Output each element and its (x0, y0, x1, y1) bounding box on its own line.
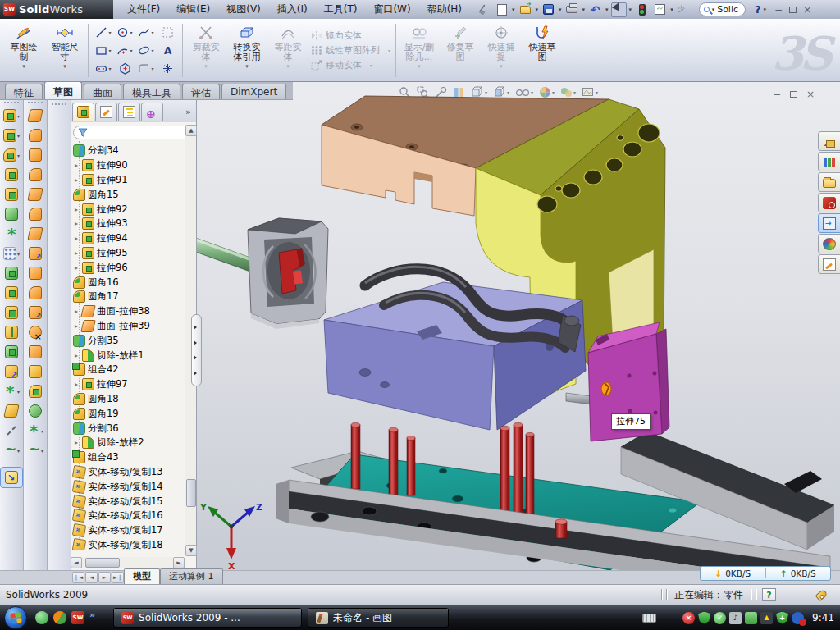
scroll-down-button[interactable]: ▼ (185, 545, 197, 556)
first-tab-button[interactable]: ❘◄ (72, 572, 84, 583)
open-button[interactable] (518, 2, 533, 17)
ribbon-tab[interactable]: 曲面 (84, 84, 121, 99)
tree-item-movecopy13[interactable]: ▸ 实体-移动/复制13 (71, 465, 196, 480)
tray-antivirus-icon[interactable] (698, 612, 710, 624)
tag-icon[interactable] (815, 588, 829, 600)
expand-arrow-icon[interactable]: ▸ (73, 439, 80, 446)
trim-dropdown[interactable]: ▾ (204, 63, 208, 70)
expand-arrow-icon[interactable]: ▸ (73, 249, 80, 257)
menu-item[interactable]: 文件(F) (120, 1, 167, 18)
sketch-dropdown[interactable]: ▾ (22, 63, 25, 70)
planar-surface-button[interactable]: ▾ (24, 224, 47, 244)
smart-dimension-button[interactable]: 智能尺寸 ▾ (44, 21, 85, 80)
tree-item-fillet15[interactable]: ▸ 圆角15 (71, 187, 196, 202)
tree-item-extrude97[interactable]: ▸ 拉伸97 (71, 377, 196, 392)
reference-point-button[interactable]: ▾ (0, 381, 23, 401)
trim-surface-button[interactable]: ▾ (24, 303, 47, 322)
zoom-to-area-button[interactable] (417, 86, 429, 98)
model-sprue-bushing[interactable] (189, 218, 328, 329)
expand-arrow-icon[interactable]: ▸ (73, 220, 80, 227)
restore-button[interactable] (789, 7, 797, 13)
tree-item-movecopy15[interactable]: ▸ 实体-移动/复制15 (71, 494, 196, 509)
panel-overflow-chevron[interactable]: » (185, 107, 191, 117)
tree-item-fillet17[interactable]: ▸ 圆角17 (71, 290, 196, 304)
swept-surface-button[interactable]: ▾ (24, 145, 47, 165)
section-view-button[interactable] (453, 86, 465, 98)
doc-restore-button[interactable] (790, 91, 797, 98)
tree-horizontal-scrollbar[interactable]: ◄ ► (71, 557, 185, 568)
resources-tab[interactable] (818, 131, 840, 151)
trim-entities-button[interactable]: 剪裁实体 ▾ (185, 21, 226, 80)
hide-show-items-button[interactable]: ▾ (515, 86, 533, 98)
menu-item[interactable]: 工具(T) (317, 1, 365, 18)
tree-item-fillet19[interactable]: ▸ 圆角19 (71, 406, 196, 421)
combine-button[interactable]: ▾ (0, 342, 23, 362)
revolved-boss-button[interactable]: ▾ (0, 165, 23, 185)
keyboard-layout-icon[interactable] (642, 614, 656, 623)
axis-button[interactable]: ▾ (0, 421, 23, 441)
tree-item-movecopy18[interactable]: ▸ 实体-移动/复制18 (71, 538, 196, 550)
ribbon-tab[interactable]: DimXpert (221, 84, 286, 99)
vertical-scroll-thumb[interactable] (186, 479, 196, 507)
new-dropdown[interactable]: ▾ (512, 7, 515, 13)
line-button[interactable]: ▾ (93, 24, 114, 42)
feature-manager-tab[interactable] (72, 103, 94, 121)
undo-button[interactable]: ↶ (587, 2, 603, 17)
extruded-surface-button[interactable]: ▾ (24, 106, 47, 126)
hole-wizard-button[interactable]: ▾ (0, 224, 23, 244)
quick-tips-button[interactable]: ? (762, 588, 776, 601)
fillet-surface-button[interactable]: ▾ (24, 381, 47, 401)
rib-button[interactable]: ▾ (0, 263, 23, 283)
tree-item-surface-extrude39[interactable]: ▸ 曲面-拉伸39 (71, 319, 196, 334)
configuration-manager-tab[interactable] (118, 103, 140, 121)
minimize-button[interactable]: − (774, 4, 783, 16)
rebuild-button[interactable] (634, 2, 650, 17)
display-delete-relations-button[interactable]: 显示/删除几... ▾ (399, 21, 440, 80)
select-dropdown[interactable]: ▾ (629, 7, 632, 13)
tray-device-warning-icon[interactable]: ▲ (760, 612, 773, 624)
tray-security-alert-icon[interactable]: × (682, 612, 695, 624)
radiate-surface-button[interactable]: ▾ (24, 283, 47, 303)
quick-snaps-dropdown[interactable]: ▾ (500, 63, 503, 70)
mirror-entities-button[interactable]: 镜向实体 (311, 30, 390, 42)
taskbar-task-paint[interactable]: 未命名 - 画图 (308, 608, 449, 628)
menu-item[interactable]: 窗口(W) (366, 1, 418, 18)
doc-minimize-button[interactable]: − (773, 89, 781, 100)
menu-item[interactable]: 插入(I) (270, 1, 315, 18)
custom-properties-tab[interactable] (818, 254, 840, 274)
quick-launch-chevron[interactable]: » (89, 609, 95, 620)
expand-arrow-icon[interactable]: ▸ (73, 381, 80, 388)
ribbon-tab[interactable]: 草图 (44, 81, 82, 99)
polygon-button[interactable] (114, 60, 135, 78)
delete-face-button[interactable]: ▾ (24, 322, 47, 342)
network-speed-widget[interactable]: ↓ 0KB/S ↑ 0KB/S (700, 566, 831, 581)
offset-entities-button[interactable]: 等距实体 ▾ (267, 21, 308, 80)
instant3d-button[interactable]: ▾ (0, 467, 23, 488)
display-delete-dropdown[interactable]: ▾ (418, 63, 421, 70)
revolved-surface-button[interactable]: ▾ (24, 126, 47, 145)
ellipse-button[interactable]: ▾ (135, 42, 157, 60)
help-button[interactable]: ? (755, 3, 761, 16)
slot-button[interactable]: ▾ (93, 60, 114, 78)
extend-surface-button[interactable]: ▾ (24, 362, 47, 381)
tray-network-icon[interactable] (745, 612, 757, 624)
edit-appearance-button[interactable]: ▾ (539, 86, 555, 98)
doc-close-button[interactable]: × (806, 89, 815, 100)
save-dropdown[interactable]: ▾ (559, 7, 562, 13)
search-box[interactable]: ▾ Solic (699, 2, 746, 16)
quick-launch-solidworks-icon[interactable]: SW (71, 611, 84, 624)
tree-item-split35[interactable]: ▸ 分割35 (71, 333, 196, 348)
sketch-fillet-button[interactable]: ▾ (135, 60, 157, 78)
start-button[interactable] (4, 606, 27, 629)
quick-launch-media-icon[interactable] (53, 611, 66, 624)
search-value[interactable]: Solic (717, 4, 738, 15)
options-dropdown[interactable]: ▾ (670, 7, 673, 13)
open-dropdown[interactable]: ▾ (536, 7, 539, 13)
tree-item-combine42[interactable]: ▸ 组合42 (71, 363, 196, 377)
move-entities-button[interactable]: 移动实体▾ (311, 59, 390, 71)
sketch-button[interactable]: 草图绘制 ▾ (3, 21, 44, 80)
tray-defender-icon[interactable]: + (776, 612, 788, 624)
tree-item-extrude96[interactable]: ▸ 拉伸96 (71, 260, 196, 275)
circle-button[interactable]: ▾ (114, 24, 135, 42)
tray-sync-icon[interactable] (792, 612, 804, 624)
